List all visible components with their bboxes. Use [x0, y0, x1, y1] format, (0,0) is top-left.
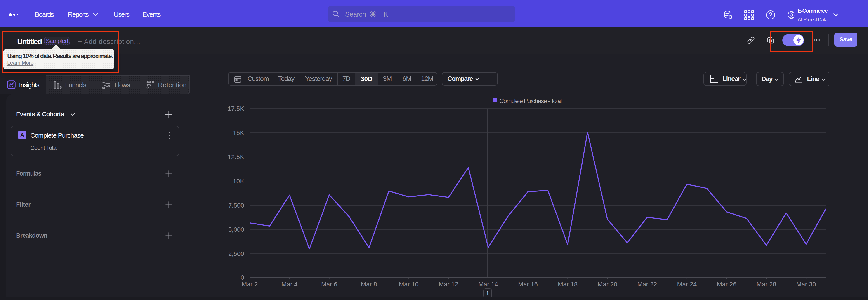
svg-text:Mar 4: Mar 4 — [281, 281, 298, 288]
svg-text:15K: 15K — [233, 129, 244, 136]
svg-text:Mar 22: Mar 22 — [637, 281, 657, 288]
svg-text:Mar 24: Mar 24 — [677, 281, 697, 288]
svg-text:Mar 20: Mar 20 — [598, 281, 617, 288]
svg-text:10K: 10K — [233, 178, 244, 185]
svg-text:17.5K: 17.5K — [228, 105, 244, 112]
svg-text:Mar 12: Mar 12 — [438, 281, 458, 288]
svg-text:Mar 6: Mar 6 — [321, 281, 338, 288]
svg-text:Mar 18: Mar 18 — [558, 281, 578, 288]
svg-text:2,500: 2,500 — [228, 250, 244, 257]
svg-text:7,500: 7,500 — [228, 202, 244, 209]
svg-text:Mar 10: Mar 10 — [399, 281, 418, 288]
svg-text:Mar 14: Mar 14 — [478, 281, 498, 288]
svg-text:5,000: 5,000 — [228, 226, 244, 233]
svg-text:12.5K: 12.5K — [228, 153, 244, 160]
svg-text:Mar 2: Mar 2 — [242, 281, 258, 288]
svg-text:Mar 26: Mar 26 — [717, 281, 737, 288]
svg-text:Mar 30: Mar 30 — [796, 281, 816, 288]
svg-text:Mar 16: Mar 16 — [518, 281, 538, 288]
svg-text:Mar 8: Mar 8 — [361, 281, 377, 288]
svg-text:Mar 28: Mar 28 — [756, 281, 776, 288]
svg-text:0: 0 — [241, 274, 244, 281]
